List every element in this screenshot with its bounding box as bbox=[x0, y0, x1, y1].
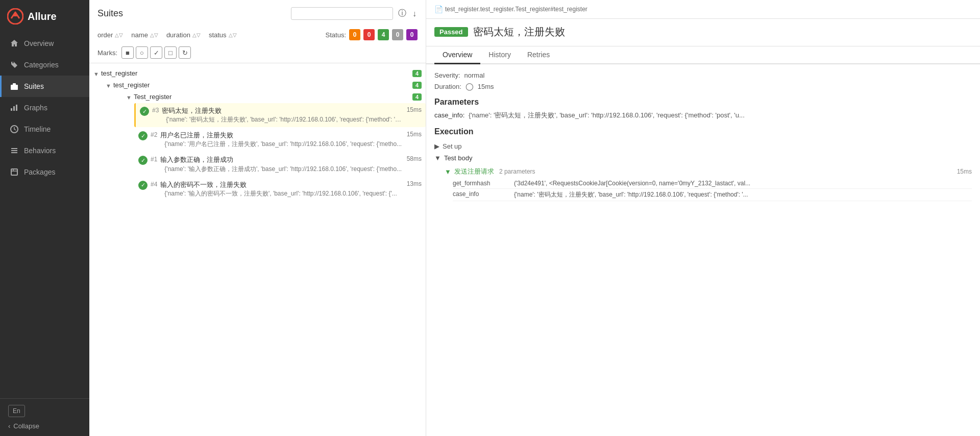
severity-value: normal bbox=[464, 71, 485, 79]
test-item-2[interactable]: ✓ #2 用户名已注册，注册失败 {'name': '用户名已注册，注册失败',… bbox=[134, 128, 426, 152]
chevron-left-icon: ‹ bbox=[8, 422, 10, 430]
sidebar-item-overview[interactable]: Overview bbox=[0, 33, 89, 54]
test-item-4[interactable]: ✓ #4 输入的密码不一致，注册失败 {'name': '输入的密码不一致，注册… bbox=[134, 177, 426, 201]
suites-header: Suites ⓘ ↓ order △▽ name △▽ bbox=[89, 0, 426, 63]
logo-area: Allure bbox=[0, 0, 89, 33]
step-param-row-2: case_info {'name': '密码太短，注册失败', 'base_ur… bbox=[453, 189, 972, 201]
logo-text: Allure bbox=[28, 11, 57, 22]
detail-title-row: Passed 密码太短，注册失败 bbox=[434, 25, 972, 39]
sidebar-label-overview: Overview bbox=[24, 39, 54, 47]
test-name-area-3: 密码太短，注册失败 {'name': '密码太短，注册失败', 'base_ur… bbox=[162, 106, 402, 124]
tree-toggle-root: ▼ bbox=[93, 71, 99, 77]
sidebar-item-categories[interactable]: Categories bbox=[0, 54, 89, 76]
detail-panel: 📄 test_register.test_register.Test_regis… bbox=[426, 0, 980, 436]
step-header[interactable]: ▼ 发送注册请求 2 parameters 15ms bbox=[445, 167, 972, 176]
svg-rect-8 bbox=[11, 152, 17, 153]
suites-title-row: Suites ⓘ ↓ bbox=[97, 7, 418, 20]
order-arrow-icon: △▽ bbox=[115, 32, 123, 38]
test-status-icon-3: ✓ bbox=[140, 107, 149, 116]
suites-actions: ⓘ ↓ bbox=[291, 7, 418, 20]
collapse-label: Collapse bbox=[13, 422, 39, 430]
test-item-3[interactable]: ✓ #3 密码太短，注册失败 {'name': '密码太短，注册失败', 'ba… bbox=[134, 103, 426, 127]
download-button[interactable]: ↓ bbox=[411, 8, 418, 19]
sidebar-label-packages: Packages bbox=[24, 168, 55, 176]
tab-retries[interactable]: Retries bbox=[519, 46, 558, 64]
sidebar-item-behaviors[interactable]: Behaviors bbox=[0, 140, 89, 161]
mark-icon-2[interactable]: ○ bbox=[136, 46, 148, 59]
tree-node-root[interactable]: ▼ test_register 4 bbox=[93, 67, 426, 79]
language-button[interactable]: En bbox=[8, 405, 25, 417]
suites-tree: ▼ test_register 4 ▼ test_register 4 bbox=[89, 63, 426, 436]
mark-icon-3[interactable]: ✓ bbox=[150, 46, 162, 59]
allure-logo-icon bbox=[7, 8, 23, 25]
test-name-4: 输入的密码不一致，注册失败 bbox=[160, 180, 402, 189]
sidebar-item-packages[interactable]: Packages bbox=[0, 161, 89, 183]
sidebar-item-suites[interactable]: Suites bbox=[0, 76, 89, 97]
step-item: ▼ 发送注册请求 2 parameters 15ms get_formhash … bbox=[445, 164, 972, 204]
clock-icon: ◯ bbox=[465, 82, 474, 90]
status-badge-green: 4 bbox=[378, 29, 389, 40]
main-content: Suites ⓘ ↓ order △▽ name △▽ bbox=[89, 0, 980, 436]
tab-history[interactable]: History bbox=[480, 46, 519, 64]
test-duration-3: 15ms bbox=[407, 106, 422, 113]
step-param-key-2: case_info bbox=[453, 190, 514, 198]
mark-icon-5[interactable]: ↻ bbox=[179, 46, 191, 59]
tag-icon bbox=[10, 60, 19, 69]
sidebar-item-timeline[interactable]: Timeline bbox=[0, 118, 89, 140]
mark-icon-1[interactable]: ■ bbox=[121, 46, 134, 59]
setup-label: Set up bbox=[443, 142, 462, 150]
sidebar-label-suites: Suites bbox=[24, 82, 44, 90]
status-badge-red: 0 bbox=[363, 29, 375, 40]
passed-badge: Passed bbox=[434, 27, 468, 37]
content-split: Suites ⓘ ↓ order △▽ name △▽ bbox=[89, 0, 980, 436]
step-param-val-2: {'name': '密码太短，注册失败', 'base_url': 'http:… bbox=[514, 190, 748, 199]
test-param-1: {'name': '输入参数正确，注册成功', 'base_url': 'htt… bbox=[164, 165, 402, 174]
detail-title-area: Passed 密码太短，注册失败 bbox=[426, 19, 980, 46]
sidebar: Allure Overview Categories Suites Graphs bbox=[0, 0, 89, 436]
severity-row: Severity: normal bbox=[434, 71, 972, 79]
duration-filter[interactable]: duration △▽ bbox=[166, 31, 201, 39]
suites-panel: Suites ⓘ ↓ order △▽ name △▽ bbox=[89, 0, 426, 436]
name-label: name bbox=[131, 31, 148, 39]
briefcase-icon bbox=[10, 82, 19, 91]
status-filter[interactable]: status △▽ bbox=[209, 31, 237, 39]
duration-row: Duration: ◯ 15ms bbox=[434, 82, 972, 90]
collapse-button[interactable]: ‹ Collapse bbox=[8, 422, 81, 430]
tree-node-l2[interactable]: ▼ Test_register 4 bbox=[126, 91, 426, 103]
test-num-2: #2 bbox=[151, 131, 157, 138]
status-counts: Status: 0 0 4 0 0 bbox=[326, 29, 418, 40]
test-body-toggle[interactable]: ▼ Test body bbox=[434, 152, 972, 164]
test-param-2: {'name': '用户名已注册，注册失败', 'base_url': 'htt… bbox=[164, 140, 402, 149]
tree-count-l2: 4 bbox=[412, 93, 422, 101]
test-name-area-4: 输入的密码不一致，注册失败 {'name': '输入的密码不一致，注册失败', … bbox=[160, 180, 402, 198]
svg-rect-7 bbox=[11, 150, 17, 151]
tree-toggle-l1: ▼ bbox=[106, 83, 111, 89]
mark-icon-4[interactable]: □ bbox=[164, 46, 177, 59]
test-duration-2: 15ms bbox=[407, 131, 422, 138]
tab-overview[interactable]: Overview bbox=[434, 46, 480, 64]
detail-content: Severity: normal Duration: ◯ 15ms Parame… bbox=[426, 64, 980, 436]
sidebar-label-timeline: Timeline bbox=[24, 125, 51, 133]
info-button[interactable]: ⓘ bbox=[397, 7, 407, 20]
duration-arrow-icon: △▽ bbox=[192, 32, 201, 38]
step-params: get_formhash ('3d24e491', <RequestsCooki… bbox=[453, 178, 972, 201]
name-filter[interactable]: name △▽ bbox=[131, 31, 158, 39]
step-toggle-icon: ▼ bbox=[445, 168, 451, 176]
package-icon bbox=[10, 167, 19, 177]
test-duration-4: 13ms bbox=[407, 180, 422, 187]
search-input[interactable] bbox=[291, 7, 393, 20]
test-body-label: Test body bbox=[444, 154, 473, 162]
test-item-1[interactable]: ✓ #1 输入参数正确，注册成功 {'name': '输入参数正确，注册成功',… bbox=[134, 152, 426, 176]
order-label: order bbox=[97, 31, 113, 39]
status-badge-purple: 0 bbox=[406, 29, 418, 40]
home-icon bbox=[10, 39, 19, 48]
tree-node-l1[interactable]: ▼ test_register 4 bbox=[106, 79, 426, 91]
status-text: Status: bbox=[326, 31, 346, 39]
status-badge-gray: 0 bbox=[392, 29, 403, 40]
setup-toggle[interactable]: ▶ Set up bbox=[434, 140, 972, 152]
chevron-down-icon: ▼ bbox=[434, 154, 441, 162]
svg-rect-2 bbox=[11, 108, 12, 111]
sidebar-item-graphs[interactable]: Graphs bbox=[0, 97, 89, 118]
order-filter[interactable]: order △▽ bbox=[97, 31, 123, 39]
status-badge-orange: 0 bbox=[349, 29, 360, 40]
